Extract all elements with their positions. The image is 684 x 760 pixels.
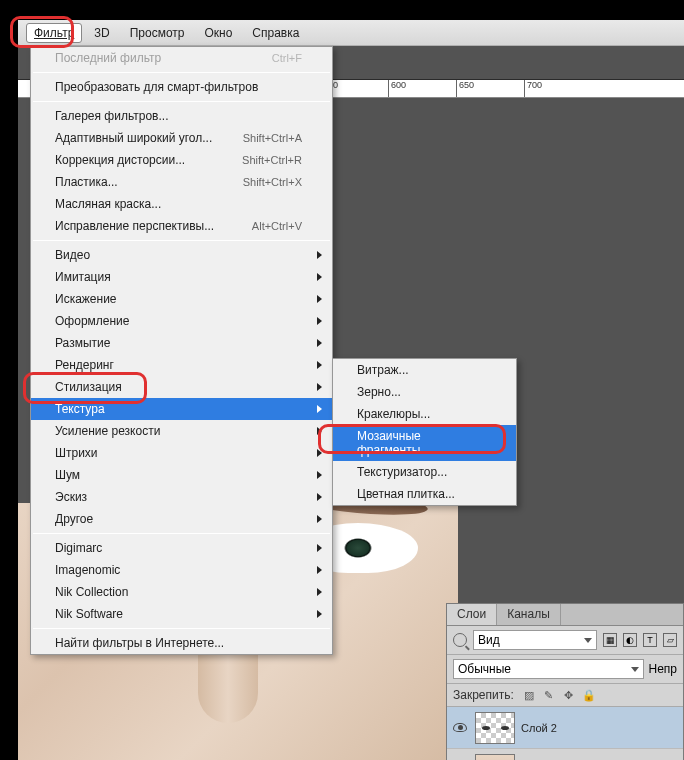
menu-item-video[interactable]: Видео — [31, 244, 332, 266]
submenu-item-stained-glass[interactable]: Витраж... — [333, 359, 516, 381]
lock-all-icon[interactable]: 🔒 — [582, 688, 596, 702]
submenu-item-patchwork[interactable]: Цветная плитка... — [333, 483, 516, 505]
layer-list: Слой 2 Осветление — [447, 707, 683, 760]
submenu-arrow-icon — [317, 339, 322, 347]
submenu-arrow-icon — [317, 273, 322, 281]
menubar-item-filter[interactable]: Фильтр — [26, 23, 82, 43]
menu-item-texture[interactable]: Текстура — [31, 398, 332, 420]
layer-row[interactable]: Осветление — [447, 749, 683, 760]
menu-item-lens-correction[interactable]: Коррекция дисторсии...Shift+Ctrl+R — [31, 149, 332, 171]
submenu-arrow-icon — [317, 251, 322, 259]
submenu-arrow-icon — [317, 610, 322, 618]
layer-visibility-toggle[interactable] — [451, 719, 469, 737]
menu-item-liquify[interactable]: Пластика...Shift+Ctrl+X — [31, 171, 332, 193]
submenu-arrow-icon — [317, 493, 322, 501]
submenu-arrow-icon — [317, 515, 322, 523]
submenu-arrow-icon — [317, 317, 322, 325]
tab-layers[interactable]: Слои — [447, 604, 497, 625]
menu-item-filter-gallery[interactable]: Галерея фильтров... — [31, 105, 332, 127]
menu-item-digimarc[interactable]: Digimarc — [31, 537, 332, 559]
menu-item-vanishing-point[interactable]: Исправление перспективы...Alt+Ctrl+V — [31, 215, 332, 237]
submenu-arrow-icon — [317, 361, 322, 369]
menu-item-last-filter: Последний фильтр Ctrl+F — [31, 47, 332, 69]
filter-kind-dropdown[interactable]: Вид — [473, 630, 597, 650]
submenu-item-mosaic-tiles[interactable]: Мозаичные фрагменты... — [333, 425, 516, 461]
menu-item-sharpen[interactable]: Усиление резкости — [31, 420, 332, 442]
menu-item-stylize[interactable]: Стилизация — [31, 376, 332, 398]
filter-menu: Последний фильтр Ctrl+F Преобразовать дл… — [30, 46, 333, 655]
menu-item-pixelate[interactable]: Оформление — [31, 310, 332, 332]
menubar: Фильтр 3D Просмотр Окно Справка — [18, 20, 684, 46]
opacity-label: Непр — [648, 662, 677, 676]
chevron-down-icon — [631, 667, 639, 672]
menu-item-browse-filters[interactable]: Найти фильтры в Интернете... — [31, 632, 332, 654]
menu-item-brush-strokes[interactable]: Штрихи — [31, 442, 332, 464]
menu-item-other[interactable]: Другое — [31, 508, 332, 530]
menu-item-imagenomic[interactable]: Imagenomic — [31, 559, 332, 581]
lock-pixels-icon[interactable]: ✎ — [542, 688, 556, 702]
chevron-down-icon — [584, 638, 592, 643]
menu-item-wide-angle[interactable]: Адаптивный широкий угол...Shift+Ctrl+A — [31, 127, 332, 149]
menubar-item-window[interactable]: Окно — [196, 23, 240, 43]
lock-transparency-icon[interactable]: ▨ — [522, 688, 536, 702]
eye-icon — [453, 723, 467, 732]
filter-shape-icon[interactable]: ▱ — [663, 633, 677, 647]
search-icon — [453, 633, 467, 647]
layer-thumbnail[interactable] — [475, 754, 515, 761]
menu-item-distort[interactable]: Искажение — [31, 288, 332, 310]
submenu-item-grain[interactable]: Зерно... — [333, 381, 516, 403]
submenu-item-texturizer[interactable]: Текстуризатор... — [333, 461, 516, 483]
menu-item-nik-collection[interactable]: Nik Collection — [31, 581, 332, 603]
filter-pixel-icon[interactable]: ▦ — [603, 633, 617, 647]
submenu-arrow-icon — [317, 544, 322, 552]
layers-panel: Слои Каналы Вид ▦ ◐ T ▱ Обычные Непр — [446, 603, 684, 760]
submenu-arrow-icon — [317, 471, 322, 479]
menubar-item-3d[interactable]: 3D — [86, 23, 117, 43]
menu-item-blur[interactable]: Размытие — [31, 332, 332, 354]
menu-item-smart-filters[interactable]: Преобразовать для смарт-фильтров — [31, 76, 332, 98]
menubar-item-view[interactable]: Просмотр — [122, 23, 193, 43]
menu-item-noise[interactable]: Шум — [31, 464, 332, 486]
menu-item-oil-paint[interactable]: Масляная краска... — [31, 193, 332, 215]
menu-item-sketch[interactable]: Эскиз — [31, 486, 332, 508]
layer-row[interactable]: Слой 2 — [447, 707, 683, 749]
submenu-arrow-icon — [317, 427, 322, 435]
submenu-arrow-icon — [317, 566, 322, 574]
submenu-arrow-icon — [317, 405, 322, 413]
filter-adjust-icon[interactable]: ◐ — [623, 633, 637, 647]
lock-label: Закрепить: — [453, 688, 514, 702]
texture-submenu: Витраж... Зерно... Кракелюры... Мозаичны… — [332, 358, 517, 506]
menu-item-artistic[interactable]: Имитация — [31, 266, 332, 288]
submenu-item-craquelure[interactable]: Кракелюры... — [333, 403, 516, 425]
menu-item-render[interactable]: Рендеринг — [31, 354, 332, 376]
filter-type-icon[interactable]: T — [643, 633, 657, 647]
menu-item-nik-software[interactable]: Nik Software — [31, 603, 332, 625]
menubar-item-help[interactable]: Справка — [244, 23, 307, 43]
submenu-arrow-icon — [317, 383, 322, 391]
lock-position-icon[interactable]: ✥ — [562, 688, 576, 702]
submenu-arrow-icon — [317, 588, 322, 596]
layer-thumbnail[interactable] — [475, 712, 515, 744]
layer-name[interactable]: Слой 2 — [521, 722, 557, 734]
tab-channels[interactable]: Каналы — [497, 604, 561, 625]
submenu-arrow-icon — [317, 295, 322, 303]
blend-mode-dropdown[interactable]: Обычные — [453, 659, 644, 679]
submenu-arrow-icon — [317, 449, 322, 457]
